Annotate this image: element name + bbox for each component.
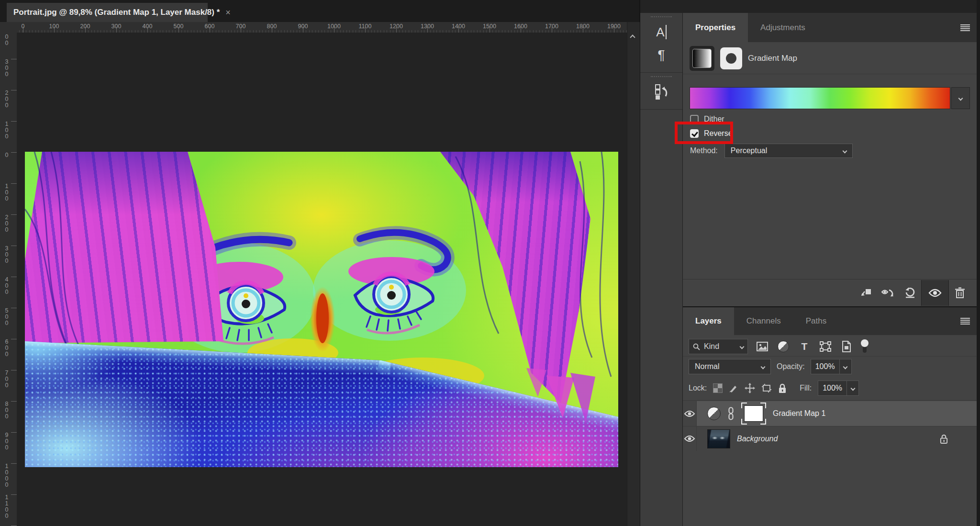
- layer-mask-thumbnail[interactable]: [741, 403, 766, 425]
- layers-menu-icon[interactable]: [960, 317, 970, 325]
- tab-properties[interactable]: Properties: [683, 13, 748, 42]
- document-tab[interactable]: Portrait.jpg @ 89,8% (Gradient Map 1, La…: [7, 3, 208, 22]
- ruler-tick: [11, 432, 17, 433]
- ruler-label: 1 0 0 0: [3, 463, 10, 488]
- adjustment-layer-icon[interactable]: [707, 407, 721, 420]
- gradient-picker-button[interactable]: [951, 87, 970, 109]
- method-label: Method:: [690, 146, 718, 155]
- ruler-label: 8 0 0: [3, 401, 10, 420]
- dither-row: Dither: [690, 115, 724, 123]
- ruler-tick: [11, 90, 17, 90]
- delete-adjustment-button[interactable]: [949, 280, 971, 306]
- chevron-down-icon: [850, 386, 855, 391]
- character-panel-icon[interactable]: A: [646, 22, 676, 43]
- dock-group-styles: [640, 73, 682, 110]
- fill-select[interactable]: 100%: [818, 381, 859, 396]
- opacity-value: 100%: [811, 362, 839, 371]
- document-title: Portrait.jpg @ 89,8% (Gradient Map 1, La…: [13, 8, 220, 17]
- kind-filter-select[interactable]: Kind: [689, 339, 748, 354]
- lock-all-icon[interactable]: [778, 383, 787, 393]
- dock-grip[interactable]: [651, 76, 672, 78]
- layer-comps-panel-icon[interactable]: [646, 81, 676, 102]
- tab-paths[interactable]: Paths: [793, 307, 839, 335]
- scroll-up-icon[interactable]: [630, 34, 635, 40]
- properties-menu-icon[interactable]: [960, 23, 970, 32]
- lock-position-icon[interactable]: [745, 383, 755, 393]
- method-select[interactable]: Perceptual: [724, 144, 853, 158]
- ruler-label: 500: [174, 23, 184, 30]
- canvas-artwork[interactable]: [25, 152, 618, 467]
- layer-row-background[interactable]: Background: [683, 426, 977, 451]
- ruler-label: 1700: [545, 23, 558, 30]
- visibility-eye-icon[interactable]: [683, 426, 697, 451]
- ruler-label: 5 0 0: [3, 308, 10, 326]
- ruler-label: 1 0 0: [3, 121, 10, 140]
- chevron-down-icon: [761, 364, 766, 369]
- dither-checkbox[interactable]: [690, 115, 699, 123]
- lock-paint-icon[interactable]: [729, 383, 738, 393]
- filter-adjustment-layers-icon[interactable]: [777, 340, 790, 353]
- fill-value: 100%: [818, 384, 846, 392]
- ruler-label: 2 0 0: [3, 214, 10, 233]
- reset-button[interactable]: [899, 280, 921, 306]
- artwork-hair-tips: [25, 152, 618, 467]
- ruler-tick: [11, 152, 17, 153]
- right-edge-strip: [977, 0, 980, 526]
- reverse-label: Reverse: [704, 129, 733, 138]
- lock-label: Lock:: [689, 384, 707, 392]
- ruler-label: 1 1 0 0: [3, 494, 10, 519]
- ruler-label: 1000: [327, 23, 341, 30]
- layer-thumbnail[interactable]: [707, 429, 730, 448]
- reverse-checkbox[interactable]: [690, 129, 699, 138]
- ruler-label: 1800: [576, 23, 590, 30]
- filter-smart-objects-icon[interactable]: [840, 340, 853, 353]
- ruler-tick: [11, 59, 17, 59]
- view-previous-state-button[interactable]: [877, 280, 899, 306]
- filter-pixel-layers-icon[interactable]: [756, 340, 769, 353]
- ruler-label: 3 0 0: [3, 59, 10, 78]
- close-tab-icon[interactable]: ×: [225, 8, 231, 17]
- layer-lock-icon[interactable]: [940, 434, 948, 444]
- layer-name[interactable]: Background: [737, 435, 778, 443]
- properties-body: Gradient Map Dither Reverse Method: Perc…: [683, 42, 977, 306]
- opacity-select[interactable]: 100%: [811, 359, 852, 374]
- paragraph-panel-icon[interactable]: ¶: [646, 45, 676, 66]
- clip-to-layer-button[interactable]: [855, 280, 877, 306]
- ruler-label: 900: [298, 23, 308, 30]
- tab-channels[interactable]: Channels: [734, 307, 793, 335]
- chevron-down-icon: [843, 364, 848, 369]
- filter-type-layers-icon[interactable]: T: [798, 340, 811, 353]
- ruler-label: 9 0 0: [3, 432, 10, 451]
- lock-artboard-icon[interactable]: [761, 383, 772, 393]
- canvas-scrollbar[interactable]: [627, 22, 640, 526]
- search-icon: [693, 343, 700, 350]
- layers-body: Kind T: [683, 335, 977, 526]
- tab-layers[interactable]: Layers: [683, 307, 734, 335]
- lock-transparency-icon[interactable]: [713, 383, 723, 393]
- layer-row-gradient-map[interactable]: Gradient Map 1: [683, 401, 977, 426]
- ruler-label: 400: [143, 23, 153, 30]
- ruler-label: 7 0 0: [3, 370, 10, 389]
- ruler-label: 700: [236, 23, 246, 30]
- ruler-tick: [11, 121, 17, 122]
- layers-tab-row: Layers Channels Paths: [683, 307, 977, 335]
- filter-toggle-switch[interactable]: [861, 339, 869, 354]
- ruler-tick: [11, 308, 17, 308]
- filter-shape-layers-icon[interactable]: [819, 340, 832, 353]
- blend-mode-select[interactable]: Normal: [689, 359, 771, 374]
- toggle-visibility-button[interactable]: [921, 280, 949, 306]
- dither-label: Dither: [704, 115, 724, 123]
- ruler-tick: [11, 401, 17, 402]
- tab-adjustments[interactable]: Adjustments: [748, 13, 818, 42]
- mask-link-icon[interactable]: [727, 407, 735, 420]
- lock-row: Lock:: [689, 380, 859, 396]
- fill-label: Fill:: [800, 384, 812, 392]
- layer-name[interactable]: Gradient Map 1: [773, 409, 825, 418]
- properties-tab-row: Properties Adjustments: [683, 13, 977, 42]
- visibility-eye-icon[interactable]: [683, 401, 697, 426]
- gradient-preview-bar[interactable]: [690, 87, 950, 109]
- gradient-layer-thumbnail[interactable]: [690, 46, 714, 71]
- layer-mask-thumbnail[interactable]: [720, 47, 742, 69]
- ruler-corner: [0, 22, 17, 33]
- dock-grip[interactable]: [651, 16, 672, 19]
